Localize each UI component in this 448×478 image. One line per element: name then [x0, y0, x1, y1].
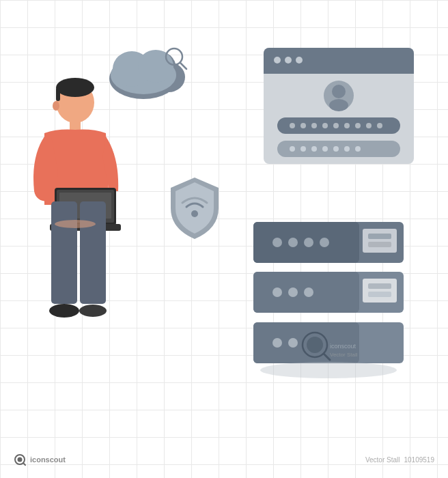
- svg-point-64: [304, 287, 313, 297]
- shield-icon: [164, 174, 225, 242]
- watermark-bar: iconscout Vector Stall 10109519: [0, 453, 448, 466]
- svg-point-32: [329, 99, 348, 111]
- illustration-scene: iconscout Vector Stall: [0, 0, 448, 478]
- svg-point-74: [307, 337, 323, 353]
- svg-point-40: [355, 123, 361, 128]
- svg-point-37: [322, 123, 328, 128]
- svg-rect-2: [56, 87, 60, 101]
- svg-point-28: [285, 57, 292, 64]
- watermark-source-text: Vector Stall: [365, 456, 400, 464]
- svg-rect-66: [368, 283, 391, 289]
- svg-rect-59: [368, 242, 391, 247]
- svg-point-70: [272, 338, 282, 348]
- svg-point-41: [366, 123, 372, 128]
- svg-rect-58: [368, 234, 391, 239]
- watermark-right: Vector Stall 10109519: [365, 456, 434, 464]
- svg-text:Vector Stall: Vector Stall: [330, 352, 358, 358]
- server-stack: iconscout Vector Stall: [247, 219, 410, 382]
- svg-point-63: [288, 287, 298, 297]
- svg-point-23: [191, 210, 198, 217]
- svg-point-42: [377, 123, 382, 128]
- svg-point-1: [56, 78, 94, 97]
- svg-point-11: [49, 304, 79, 318]
- svg-point-45: [300, 146, 306, 152]
- svg-point-20: [138, 50, 173, 83]
- svg-point-54: [288, 238, 298, 247]
- login-window: [264, 48, 414, 171]
- watermark-logo-text: iconscout: [30, 455, 66, 464]
- svg-point-36: [311, 123, 317, 128]
- svg-point-38: [333, 123, 339, 128]
- svg-rect-57: [363, 229, 397, 253]
- svg-point-49: [344, 146, 350, 152]
- svg-point-79: [18, 458, 23, 462]
- svg-point-35: [300, 123, 306, 128]
- svg-point-50: [355, 146, 361, 152]
- svg-point-62: [272, 287, 282, 297]
- svg-point-12: [79, 305, 107, 317]
- svg-point-34: [290, 123, 295, 128]
- svg-point-72: [260, 362, 397, 378]
- svg-point-56: [320, 238, 329, 247]
- svg-text:iconscout: iconscout: [330, 343, 356, 350]
- svg-point-13: [55, 220, 96, 228]
- svg-point-31: [332, 85, 346, 98]
- svg-point-39: [344, 123, 350, 128]
- svg-point-53: [272, 238, 282, 247]
- person-figure: [17, 68, 140, 382]
- svg-line-80: [23, 463, 25, 465]
- svg-point-46: [311, 146, 317, 152]
- svg-point-27: [274, 57, 281, 64]
- svg-point-44: [290, 146, 295, 152]
- svg-point-3: [53, 101, 59, 111]
- iconscout-logo-left: [14, 453, 26, 466]
- svg-rect-26: [264, 61, 414, 74]
- svg-point-55: [304, 238, 313, 247]
- svg-rect-65: [363, 279, 397, 303]
- svg-rect-9: [51, 201, 77, 304]
- svg-point-48: [333, 146, 339, 152]
- cloud-icon: [106, 38, 195, 99]
- svg-point-29: [296, 57, 303, 64]
- watermark-id-text: 10109519: [404, 456, 435, 464]
- svg-rect-10: [80, 201, 106, 304]
- svg-point-47: [322, 146, 328, 152]
- watermark-left: iconscout: [14, 453, 66, 466]
- svg-rect-67: [368, 292, 391, 297]
- svg-point-71: [288, 338, 298, 348]
